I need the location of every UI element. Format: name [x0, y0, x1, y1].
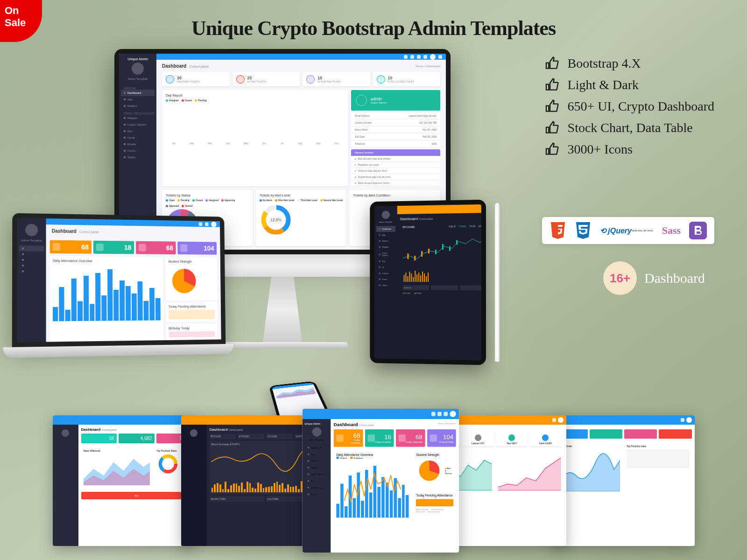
bottom-screenshots: Dashboard Control panel 1K 4,082 7505 Sa…	[0, 415, 747, 546]
area-chart	[84, 452, 150, 485]
sidebar-item[interactable]: Layout Options	[121, 121, 155, 128]
screenshot-3: Unique Admin Admin Template Dashboard Ap…	[302, 409, 459, 553]
admin-card: adminSuper Admin	[351, 90, 440, 111]
settings-icon[interactable]	[438, 55, 442, 59]
info-list: Email Addresssupport-admin@gmail.com Con…	[351, 112, 440, 147]
svg-rect-20	[449, 246, 451, 251]
svg-rect-22	[404, 275, 405, 282]
screenshot-2: Dashboard Control panel BTC/USD ETH/USD …	[181, 415, 324, 546]
feature-text: Stock Chart, Data Table	[568, 120, 693, 135]
sidebar-item[interactable]: Layout Options	[304, 471, 329, 477]
svg-rect-27	[413, 277, 414, 282]
sidebar-item[interactable]	[19, 251, 44, 257]
article-item[interactable]: ▸Phasellus non turpis	[351, 162, 440, 168]
sidebar-item[interactable]: Mailbox	[121, 103, 155, 109]
sidebar-item[interactable]: UI	[376, 264, 395, 270]
search-icon[interactable]	[199, 222, 203, 226]
article-item[interactable]: ▸Suspendisse eget nisl nec urna	[351, 174, 440, 180]
laptop-mockup: Admin Template Dashboard Control panel 6…	[12, 213, 226, 358]
feature-item: Stock Chart, Data Table	[544, 120, 714, 135]
feature-text: 3000+ Icons	[568, 142, 633, 157]
stat-card	[590, 429, 622, 439]
icon	[431, 412, 435, 416]
svg-rect-16	[421, 251, 423, 257]
crypto-badge[interactable]: LTC/USD	[266, 434, 293, 439]
icon	[444, 412, 448, 416]
contract-box: Contract	[403, 285, 430, 290]
stat-card: 30ASSIGNED TICKETS	[162, 72, 230, 86]
attendance-panel: Daily Attendance Overview StudentEmploye…	[333, 451, 411, 520]
stat-row: 30ASSIGNED TICKETS 25ACTIVE TICKETS 15AC…	[156, 72, 446, 90]
sidebar-item[interactable]: Widgets	[121, 115, 155, 121]
stat-card: 4,082	[119, 434, 155, 443]
bootstrap-logo	[689, 221, 707, 240]
sidebar-item[interactable]: Mailbox	[304, 458, 329, 464]
sidebar-item[interactable]: App	[304, 451, 329, 457]
sidebar-item[interactable]: Charts	[304, 491, 329, 497]
sale-badge: On Sale	[0, 0, 42, 42]
sidebar-item-dashboard[interactable]: Dashboard	[121, 90, 155, 96]
strength-panel: Student Strength ■ Man■ Woman	[413, 451, 456, 487]
avatar	[450, 411, 456, 417]
sidebar-item[interactable]: Tables	[376, 282, 395, 288]
sidebar-item[interactable]: Box	[376, 258, 395, 264]
sidebar-item[interactable]: Forms	[376, 276, 395, 282]
sidebar-item[interactable]: eCharts	[376, 270, 395, 276]
sidebar-item[interactable]: Box	[121, 128, 155, 134]
sidebar-item[interactable]	[19, 245, 44, 252]
user-avatar[interactable]	[211, 221, 216, 227]
sidebar-item[interactable]: App	[376, 232, 395, 238]
sidebar-item[interactable]: Widgets	[304, 464, 329, 471]
main-title: Unique Crypto Bootstrap Admin Templates	[191, 16, 556, 40]
sidebar-item[interactable]: Widgets	[376, 244, 395, 250]
stat-card: 15ACTIVE PAID TICKET	[303, 72, 370, 86]
notification-icon[interactable]	[417, 55, 421, 59]
search-icon[interactable]	[404, 55, 408, 59]
sidebar-item[interactable]	[19, 268, 44, 274]
donut-chart: 12.8%	[260, 203, 292, 236]
icon	[437, 412, 442, 416]
sidebar-item[interactable]: Mailbox	[376, 238, 395, 244]
svg-rect-28	[415, 271, 416, 282]
screenshot-5: Monthly Order Top Products sales	[552, 415, 695, 546]
feature-text: Light & Dark	[568, 77, 639, 92]
notification-icon[interactable]	[205, 222, 209, 226]
article-item[interactable]: ▸Sed sed arcu vitae eros ultrices	[351, 156, 440, 162]
svg-text:12.8%: 12.8%	[270, 217, 282, 222]
sidebar-item[interactable]: Box	[304, 477, 329, 484]
sidebar-item[interactable]: Dashboard	[376, 226, 395, 232]
sidebar-item[interactable]: Forms	[121, 147, 155, 154]
articles-header: Recent Articles	[351, 149, 440, 156]
crypto-badge[interactable]: BTC/USD	[210, 434, 236, 439]
article-item[interactable]: ▸Morbi tempor augue eu rutrum	[351, 180, 440, 186]
sidebar-item[interactable]: UI Elements	[304, 484, 329, 491]
message-icon[interactable]	[423, 55, 427, 59]
stat-card: 10TOTAL CLOSED TICKET	[373, 72, 441, 86]
jquery-logo: ⟲ jQuerywrite less, do more.	[600, 221, 654, 240]
crypto-chart-panel: BTC/USD 706.8 7.09% 7443 6430.5	[400, 222, 481, 297]
avatar	[558, 417, 564, 423]
sidebar-item[interactable]	[19, 263, 44, 268]
admin-icon	[356, 95, 367, 106]
topbar	[156, 54, 446, 60]
sidebar-item[interactable]: App	[121, 96, 155, 103]
stat-card: 18	[93, 241, 134, 254]
stat-row: 68 18 68 104	[46, 237, 220, 257]
thumbs-up-icon	[544, 99, 559, 114]
fullscreen-icon[interactable]	[410, 55, 414, 59]
article-item[interactable]: ▸Vivamus vitae aliquam enim	[351, 168, 440, 174]
user-avatar[interactable]	[430, 54, 436, 60]
sidebar-item[interactable]: Layout Options	[376, 250, 395, 259]
crypto-card: Litecoin LTC	[462, 433, 494, 447]
sidebar-item[interactable]	[19, 257, 44, 263]
crypto-badge[interactable]: ETH/USD	[238, 434, 264, 439]
sidebar: Unique Admin Admin Template Dashboard Ap…	[302, 419, 331, 553]
sidebar-item[interactable]: Dashboard	[304, 444, 329, 451]
sidebar-item[interactable]: Tables	[121, 154, 155, 161]
count-label: Dashboard	[644, 270, 705, 286]
svg-rect-18	[435, 250, 437, 254]
sidebar-item[interactable]: Cards	[121, 134, 155, 141]
screenshot-1: Dashboard Control panel 1K 4,082 7505 Sa…	[53, 415, 195, 546]
sidebar-item[interactable]: Emails	[121, 141, 155, 147]
html5-logo	[550, 221, 566, 240]
